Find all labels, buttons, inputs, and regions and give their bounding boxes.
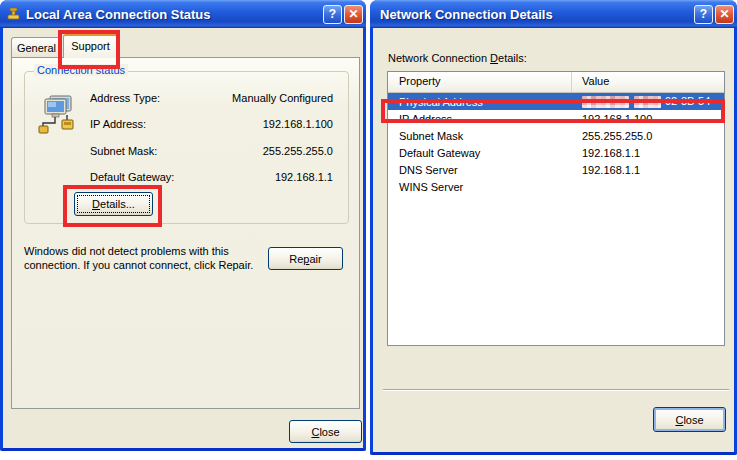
default-gateway-value: 192.168.1.1	[275, 171, 333, 183]
column-header-value[interactable]: Value	[572, 72, 724, 92]
row-property: WINS Server	[388, 181, 572, 193]
tab-general-label: General	[17, 42, 56, 54]
footer-separator	[383, 389, 729, 391]
table-row-ip-address[interactable]: IP Address 192.168.1.100	[388, 110, 724, 127]
connection-status-groupbox: Connection status Address Type:	[24, 71, 349, 224]
help-button[interactable]: ?	[323, 5, 342, 24]
local-area-connection-icon	[6, 7, 21, 22]
subnet-mask-label: Subnet Mask:	[90, 145, 157, 157]
list-label: Network Connection Details:	[388, 52, 527, 64]
tab-general[interactable]: General	[11, 37, 62, 58]
groupbox-title: Connection status	[34, 64, 128, 76]
window-local-area-connection-status: Local Area Connection Status ? ✕ General…	[0, 0, 366, 451]
titlebar[interactable]: Network Connection Details ? ✕	[370, 0, 737, 28]
row-value: 192.168.1.1	[572, 164, 724, 176]
table-row-dns-server[interactable]: DNS Server 192.168.1.1	[388, 161, 724, 178]
table-row-physical-address[interactable]: Physical Address 92-3B-54	[388, 93, 724, 110]
default-gateway-label: Default Gateway:	[90, 171, 174, 183]
table-row-subnet-mask[interactable]: Subnet Mask 255.255.255.0	[388, 127, 724, 144]
ip-address-label: IP Address:	[90, 118, 146, 130]
network-connection-icon	[37, 93, 77, 135]
row-property: DNS Server	[388, 164, 572, 176]
close-button[interactable]: Close	[289, 420, 362, 443]
details-button-label: Details...	[92, 198, 135, 210]
window-network-connection-details: Network Connection Details ? ✕ Network C…	[370, 0, 737, 455]
redacted-mac-block	[634, 96, 661, 108]
close-button-label: Close	[675, 414, 703, 426]
tab-support[interactable]: Support	[63, 34, 118, 58]
row-property: Subnet Mask	[388, 130, 572, 142]
close-button-label: Close	[311, 426, 339, 438]
repair-button-label: Repair	[289, 253, 321, 265]
address-type-label: Address Type:	[90, 92, 160, 104]
repair-info-text: Windows did not detect problems with thi…	[24, 244, 262, 272]
row-property: Default Gateway	[388, 147, 572, 159]
window-title: Network Connection Details	[370, 6, 692, 22]
redacted-mac-block	[582, 96, 629, 108]
screenshot-canvas: Local Area Connection Status ? ✕ General…	[0, 0, 737, 460]
table-row-wins-server[interactable]: WINS Server	[388, 178, 724, 195]
row-property: IP Address	[388, 113, 572, 125]
tab-page-support: Connection status Address Type:	[11, 57, 360, 409]
tab-support-label: Support	[71, 40, 110, 52]
close-button[interactable]: Close	[653, 407, 726, 432]
details-listview[interactable]: Property Value Physical Address 92-3B-54…	[387, 71, 725, 346]
close-window-button[interactable]: ✕	[344, 5, 363, 24]
repair-button[interactable]: Repair	[268, 247, 343, 270]
row-value: 255.255.255.0	[572, 130, 724, 142]
mac-suffix: 92-3B-54	[665, 95, 710, 107]
row-value: 192.168.1.100	[572, 113, 724, 125]
listview-header[interactable]: Property Value	[388, 72, 724, 93]
ip-address-value: 192.168.1.100	[263, 118, 333, 130]
close-window-button[interactable]: ✕	[715, 5, 734, 24]
details-button[interactable]: Details...	[74, 192, 153, 216]
table-row-default-gateway[interactable]: Default Gateway 192.168.1.1	[388, 144, 724, 161]
window-title: Local Area Connection Status	[26, 6, 321, 22]
row-value: 92-3B-54	[572, 95, 724, 108]
help-button[interactable]: ?	[694, 5, 713, 24]
row-property: Physical Address	[388, 96, 572, 108]
column-header-property[interactable]: Property	[388, 72, 572, 92]
address-type-value: Manually Configured	[232, 92, 333, 104]
titlebar[interactable]: Local Area Connection Status ? ✕	[0, 0, 366, 28]
subnet-mask-value: 255.255.255.0	[263, 145, 333, 157]
row-value: 192.168.1.1	[572, 147, 724, 159]
